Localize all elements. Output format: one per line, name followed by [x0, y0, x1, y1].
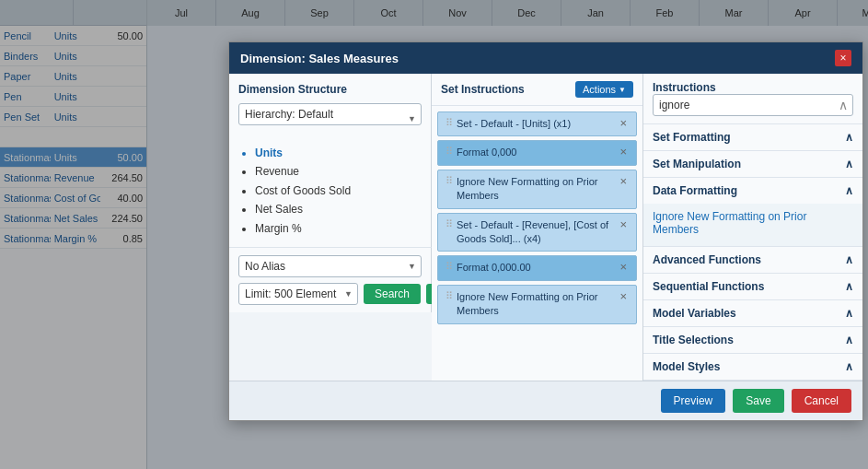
actions-button[interactable]: Actions [575, 81, 633, 98]
set-instructions-label: Set Instructions [441, 83, 525, 96]
section-toggle-icon: ∧ [845, 158, 853, 170]
instruction-item-text: Format 0,000 [457, 146, 614, 159]
instruction-item-close-button[interactable]: × [618, 218, 629, 230]
section-header[interactable]: Model Styles ∧ [643, 354, 862, 380]
section-header[interactable]: Data Formatting ∧ [643, 178, 862, 204]
drag-handle: ⠿ [446, 175, 453, 187]
instruction-item-close-button[interactable]: × [618, 146, 629, 158]
set-instructions-panel: Set Instructions Actions ⠿ Set - Default… [432, 74, 643, 381]
instruction-item[interactable]: ⠿ Format 0,000 × [437, 140, 637, 165]
instructions-header: Instructions ∧ [643, 74, 862, 124]
instruction-section-model-variables: Model Variables ∧ [643, 300, 862, 327]
dimension-item[interactable]: Units [255, 144, 422, 162]
drag-handle: ⠿ [446, 218, 453, 230]
section-header[interactable]: Set Manipulation ∧ [643, 151, 862, 177]
section-item[interactable]: Ignore New Formatting on Prior Members [653, 207, 853, 239]
instruction-section-model-styles: Model Styles ∧ [643, 354, 862, 381]
instruction-section-title-selections: Title Selections ∧ [643, 327, 862, 354]
instruction-section-data-formatting: Data Formatting ∧ Ignore New Formatting … [643, 178, 862, 247]
instruction-item-text: Ignore New Formatting on Prior Members [457, 290, 614, 319]
instruction-item[interactable]: ⠿ Set - Default - [Revenue], [Cost of Go… [437, 213, 637, 252]
dimension-items-list: UnitsRevenueCost of Goods SoldNet SalesM… [238, 144, 422, 238]
section-toggle-icon: ∧ [845, 360, 853, 373]
drag-handle: ⠿ [446, 146, 453, 158]
dimension-item[interactable]: Cost of Goods Sold [255, 182, 422, 200]
dimension-item[interactable]: Net Sales [255, 200, 422, 218]
modal-titlebar: Dimension: Sales Measures × [229, 42, 862, 74]
search-wrapper: ∧ [653, 94, 853, 116]
instruction-section-sequential-functions: Sequential Functions ∧ [643, 274, 862, 300]
instruction-sections: Set Formatting ∧ Set Manipulation ∧ Data… [643, 124, 862, 381]
instruction-section-set-manipulation: Set Manipulation ∧ [643, 151, 862, 178]
section-content: Ignore New Formatting on Prior Members [643, 204, 862, 246]
instruction-item-close-button[interactable]: × [618, 261, 629, 273]
section-toggle-icon: ∧ [845, 253, 853, 266]
search-clear-button[interactable]: ∧ [839, 98, 848, 112]
instruction-item-text: Set - Default - [Units] (x1) [457, 117, 614, 131]
instruction-item-text: Set - Default - [Revenue], [Cost of Good… [457, 218, 614, 247]
hierarchy-select[interactable]: Hierarchy: Default [238, 103, 422, 125]
section-label: Data Formatting [653, 184, 737, 197]
instructions-panel: Instructions ∧ Set Formatting ∧ Set Mani… [643, 74, 862, 381]
modal-title: Dimension: Sales Measures [240, 52, 399, 65]
search-button[interactable]: Search [364, 284, 421, 304]
dim-bottom: No Alias Limit: 500 Element Search Add [229, 247, 432, 312]
section-label: Advanced Functions [653, 253, 761, 266]
alias-select-wrapper: No Alias [238, 255, 422, 277]
instructions-search-input[interactable] [653, 94, 853, 116]
instruction-item-close-button[interactable]: × [618, 175, 629, 187]
instruction-item-text: Format 0,000.00 [457, 261, 614, 275]
section-label: Title Selections [653, 334, 734, 346]
section-label: Set Manipulation [653, 158, 741, 170]
instruction-item[interactable]: ⠿ Ignore New Formatting on Prior Members… [437, 285, 637, 324]
instruction-item-close-button[interactable]: × [618, 290, 629, 302]
section-label: Model Styles [653, 360, 720, 373]
dimension-item[interactable]: Revenue [255, 162, 422, 181]
section-header[interactable]: Advanced Functions ∧ [643, 247, 862, 273]
section-toggle-icon: ∧ [845, 307, 853, 320]
section-header[interactable]: Model Variables ∧ [643, 300, 862, 326]
save-button[interactable]: Save [733, 389, 783, 413]
limit-select[interactable]: Limit: 500 Element [238, 283, 358, 305]
preview-button[interactable]: Preview [661, 389, 726, 413]
modal-close-button[interactable]: × [835, 50, 851, 66]
limit-row: Limit: 500 Element Search Add [238, 283, 422, 305]
section-toggle-icon: ∧ [845, 131, 853, 144]
drag-handle: ⠿ [446, 117, 453, 129]
section-label: Set Formatting [653, 131, 731, 144]
instruction-item-close-button[interactable]: × [618, 117, 629, 129]
instruction-section-set-formatting: Set Formatting ∧ [643, 124, 862, 151]
alias-select[interactable]: No Alias [238, 255, 422, 277]
section-toggle-icon: ∧ [845, 184, 853, 197]
section-label: Sequential Functions [653, 280, 764, 293]
modal: Dimension: Sales Measures × Dimension St… [228, 41, 863, 421]
instruction-section-advanced-functions: Advanced Functions ∧ [643, 247, 862, 274]
dim-structure-label: Dimension Structure [238, 83, 422, 96]
cancel-button[interactable]: Cancel [792, 389, 851, 413]
hierarchy-select-wrapper: Hierarchy: Default [238, 103, 422, 135]
instruction-item[interactable]: ⠿ Format 0,000.00 × [437, 255, 637, 280]
section-toggle-icon: ∧ [845, 280, 853, 293]
section-header[interactable]: Sequential Functions ∧ [643, 274, 862, 299]
drag-handle: ⠿ [446, 261, 453, 273]
drag-handle: ⠿ [446, 290, 453, 302]
section-header[interactable]: Set Formatting ∧ [643, 124, 862, 150]
instructions-label: Instructions [653, 81, 853, 94]
dimension-item[interactable]: Margin % [255, 219, 422, 238]
section-header[interactable]: Title Selections ∧ [643, 327, 862, 353]
modal-body: Dimension Structure Hierarchy: Default U… [229, 74, 862, 381]
set-instructions-header: Set Instructions Actions [432, 74, 642, 106]
instruction-item[interactable]: ⠿ Ignore New Formatting on Prior Members… [437, 170, 637, 209]
section-toggle-icon: ∧ [845, 334, 853, 346]
modal-footer: Preview Save Cancel [229, 381, 862, 420]
dimension-structure-panel: Dimension Structure Hierarchy: Default U… [229, 74, 432, 247]
section-label: Model Variables [653, 307, 736, 320]
limit-select-wrapper: Limit: 500 Element [238, 283, 358, 305]
instruction-list: ⠿ Set - Default - [Units] (x1) × ⠿ Forma… [432, 106, 642, 330]
instruction-item[interactable]: ⠿ Set - Default - [Units] (x1) × [437, 111, 637, 136]
instruction-item-text: Ignore New Formatting on Prior Members [457, 175, 614, 204]
